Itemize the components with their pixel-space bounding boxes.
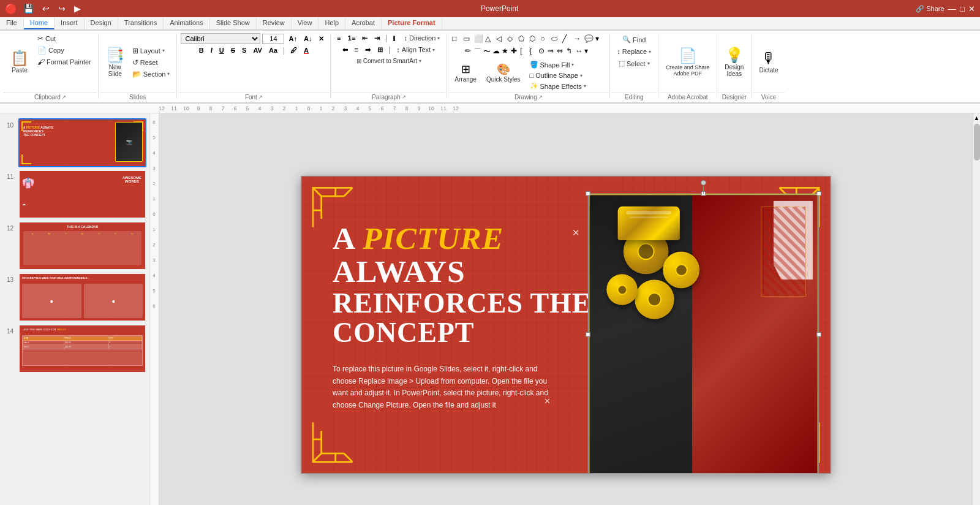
vertical-scrollbar[interactable]: ▲ ▼ [973, 113, 980, 505]
bold-button[interactable]: B [197, 46, 206, 55]
bracket-shape[interactable]: [ [519, 46, 528, 58]
donut-shape[interactable]: ⊙ [538, 46, 546, 58]
copy-button[interactable]: 📄 Copy [34, 45, 94, 56]
paragraph-label[interactable]: Paragraph ↗ [332, 93, 445, 101]
paste-button[interactable]: 📋 Paste [6, 33, 33, 91]
callout-shape[interactable]: 💬 [584, 34, 594, 44]
oval-shape[interactable]: ⬭ [551, 34, 561, 44]
slide-thumb-12[interactable]: 12 THIS IS A CALENDAR S M T W T F S [2, 221, 146, 270]
font-size-input[interactable] [262, 34, 284, 44]
share-button[interactable]: 🔗 Share [916, 5, 944, 13]
diamond-shape[interactable]: ◇ [507, 34, 517, 44]
tab-view[interactable]: View [292, 17, 319, 29]
hexagon-shape[interactable]: ⬡ [529, 34, 539, 44]
align-left-button[interactable]: ⬅ [340, 45, 350, 55]
columns-button[interactable]: ⫿ [390, 34, 399, 42]
reset-button[interactable]: ↺ Reset [129, 57, 173, 68]
block-arrow[interactable]: ⇒ [547, 46, 556, 58]
convert-smartart-button[interactable]: ⊞ Convert to SmartArt ▾ [353, 56, 424, 66]
shape-fill-button[interactable]: 🪣Shape Fill▾ [527, 59, 589, 70]
brace-shape[interactable]: { [529, 46, 537, 58]
replace-button[interactable]: ↕Replace▾ [614, 47, 654, 56]
circle-shape[interactable]: ○ [540, 34, 550, 44]
find-button[interactable]: 🔍Find [619, 34, 649, 45]
strikethrough-button[interactable]: S [228, 46, 238, 55]
cross-shape[interactable]: ✚ [510, 46, 519, 58]
shadow-button[interactable]: S [239, 46, 249, 55]
shapes-more2[interactable]: ▾ [584, 46, 592, 58]
maximize-button[interactable]: □ [960, 4, 965, 13]
font-label[interactable]: Font ↗ [178, 93, 329, 101]
rtriangle-shape[interactable]: ◁ [496, 34, 506, 44]
slide-thumb-10[interactable]: 10 A PICTURE ALWAYS REINFORCES THE CONCE… [2, 118, 146, 167]
align-right-button[interactable]: ➡ [363, 45, 373, 55]
present-button[interactable]: ▶ [72, 2, 83, 15]
format-painter-button[interactable]: 🖌 Format Painter [34, 56, 94, 67]
scroll-thumb[interactable] [974, 124, 980, 161]
arc-shape[interactable]: ⌒ [473, 46, 482, 58]
italic-button[interactable]: I [208, 46, 215, 55]
tab-animations[interactable]: Animations [164, 17, 209, 29]
close-button[interactable]: ✕ [968, 4, 975, 13]
arrow-shape[interactable]: → [573, 34, 583, 44]
decrease-font-button[interactable]: A↓ [301, 34, 314, 43]
case-button[interactable]: Aa [266, 46, 280, 55]
slide-text-area[interactable]: A PICTURE ALWAYS REINFORCES THE CONCEPT … [333, 222, 597, 411]
tab-help[interactable]: Help [318, 17, 345, 29]
save-button[interactable]: 💾 [21, 2, 36, 15]
bullets-button[interactable]: ≡ [334, 34, 343, 42]
scroll-up-button[interactable]: ▲ [973, 113, 980, 123]
create-pdf-button[interactable]: 📄 Create and Share Adobe PDF [662, 46, 713, 79]
slide-thumb-14[interactable]: 14 ...AND THE SAME GOES FOR TABLES ITEM … [2, 324, 146, 373]
slide-thumb-13[interactable]: 13 INFOGRAPHICS MAKE YOUR IDEA UNDERSTAN… [2, 273, 146, 322]
tab-file[interactable]: File [0, 17, 24, 29]
spacing-button[interactable]: AV [251, 46, 264, 55]
handle-ml[interactable] [586, 332, 590, 336]
direction-button[interactable]: ↕ Direction ▾ [401, 33, 443, 43]
freeform-shape[interactable]: ✏ [464, 46, 473, 58]
handle-bl[interactable] [586, 473, 590, 474]
rotate-handle[interactable] [701, 180, 706, 186]
tab-review[interactable]: Review [257, 17, 292, 29]
handle-tr[interactable] [816, 191, 821, 196]
slide-body-text[interactable]: To replace this picture in Google Slides… [333, 363, 558, 411]
minimize-button[interactable]: — [948, 4, 956, 13]
cloud-shape[interactable]: ☁ [492, 46, 500, 58]
tab-picture-format[interactable]: Picture Format [382, 17, 442, 29]
justify-button[interactable]: ⊞ [375, 45, 385, 55]
tab-home[interactable]: Home [24, 17, 55, 29]
new-slide-button[interactable]: 📑 New Slide [102, 45, 128, 80]
select-button[interactable]: ⬚Select▾ [616, 58, 653, 69]
underline-button[interactable]: U [217, 46, 227, 55]
tab-design[interactable]: Design [85, 17, 118, 29]
wave-shape[interactable]: 〜 [483, 46, 491, 58]
design-ideas-button[interactable]: 💡 Design Ideas [721, 45, 747, 80]
slide-image-container[interactable] [588, 194, 819, 474]
pentagon-shape[interactable]: ⬠ [518, 34, 528, 44]
handle-br[interactable] [816, 473, 821, 474]
dbl-arrow[interactable]: ⇔ [556, 46, 565, 58]
curved-arrow[interactable]: ↰ [565, 46, 574, 58]
canvas-area[interactable]: A PICTURE ALWAYS REINFORCES THE CONCEPT … [159, 113, 973, 505]
handle-tl[interactable] [586, 191, 590, 196]
dictate-button[interactable]: 🎙 Dictate [755, 48, 782, 76]
tab-slideshow[interactable]: Slide Show [210, 17, 257, 29]
slide-thumb-11[interactable]: 11 👘 AWESOME WORDS ☁ [2, 170, 146, 219]
layout-button[interactable]: ⊞ Layout ▾ [129, 45, 173, 56]
redo-button[interactable]: ↪ [56, 2, 68, 15]
star-shape[interactable]: ★ [501, 46, 510, 58]
section-button[interactable]: 📂 Section ▾ [129, 69, 173, 80]
clear-format-button[interactable]: ✕ [316, 34, 326, 44]
line-shape[interactable]: ╱ [562, 34, 572, 44]
tab-transitions[interactable]: Transitions [118, 17, 164, 29]
undo-button[interactable]: ↩ [40, 2, 52, 15]
cut-button[interactable]: ✂ Cut [34, 33, 94, 44]
decrease-indent-button[interactable]: ⇤ [360, 34, 370, 43]
arrange-button[interactable]: ⊞ Arrange [451, 59, 480, 86]
tab-acrobat[interactable]: Acrobat [345, 17, 382, 29]
tab-insert[interactable]: Insert [55, 17, 85, 29]
conn-shape[interactable]: ↔ [575, 46, 583, 58]
numbers-button[interactable]: 1≡ [345, 34, 358, 42]
align-text-button[interactable]: ↕ Align Text ▾ [393, 45, 438, 55]
font-family-select[interactable]: Calibri [181, 33, 260, 44]
